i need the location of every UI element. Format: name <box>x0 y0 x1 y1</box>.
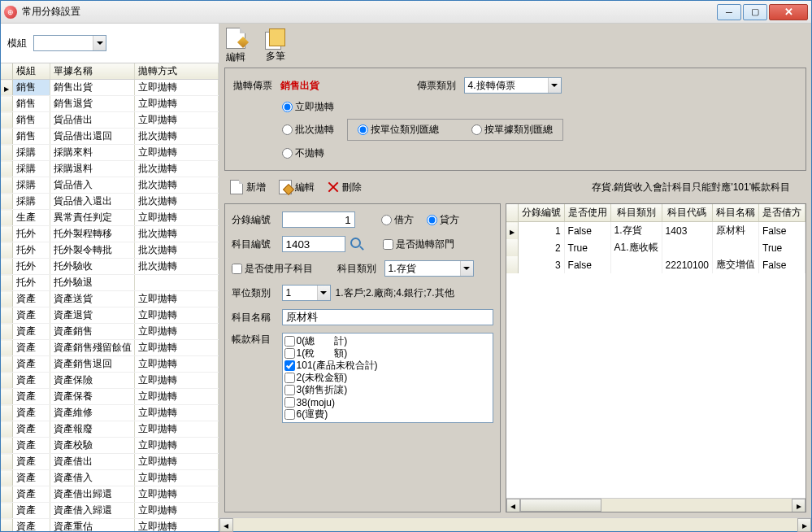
delete-icon <box>328 181 339 193</box>
titlebar: ⊕ 常用分錄設置 ─ ▢ ✕ <box>1 1 811 24</box>
doc-row[interactable]: 採購貨品借入批次拋轉 <box>1 177 218 194</box>
subject-no-label: 科目編號 <box>232 238 277 251</box>
doc-row[interactable]: 資產資產校驗立即拋轉 <box>1 438 218 454</box>
current-doc-name: 銷售出貨 <box>280 79 319 93</box>
app-icon: ⊕ <box>4 6 17 19</box>
doc-row[interactable]: 資產資產借出歸還立即拋轉 <box>1 486 218 503</box>
doc-row[interactable]: 資產資產銷售退回立即拋轉 <box>1 356 218 373</box>
account-item[interactable]: 2(未稅金額) <box>284 372 491 384</box>
subject-type-combo[interactable]: 1.存貨 <box>384 260 474 277</box>
radio-cr[interactable]: 貸方 <box>427 213 459 227</box>
unit-type-hint: 1.客戶;2.廠商;4.銀行;7.其他 <box>336 286 454 300</box>
doc-row[interactable]: 銷售貨品借出還回批次拋轉 <box>1 129 218 145</box>
voucher-label: 拋轉傳票 <box>233 79 272 93</box>
doc-row[interactable]: 資產資產借入立即拋轉 <box>1 470 218 486</box>
doc-row[interactable]: 資產資產保險立即拋轉 <box>1 373 218 389</box>
radio-immediate[interactable]: 立即拋轉 <box>282 100 334 114</box>
account-item[interactable]: 6(運費) <box>284 408 491 421</box>
doc-row[interactable]: 銷售貨品借出立即拋轉 <box>1 112 218 129</box>
batch-sub-options: 按單位類別匯總 按單據類別匯總 <box>347 119 563 141</box>
doc-row[interactable]: 托外托外驗收批次拋轉 <box>1 259 218 275</box>
module-label: 模組 <box>7 37 27 50</box>
doc-row[interactable]: 資產資產保養立即拋轉 <box>1 389 218 405</box>
account-subject-label: 帳款科目 <box>232 333 277 347</box>
doc-grid[interactable]: 模組 單據名稱 拋轉方式 銷售銷售出貨立即拋轉銷售銷售退貨立即拋轉銷售貨品借出立… <box>1 63 219 531</box>
doc-row[interactable]: 資產資產銷售殘留餘值立即拋轉 <box>1 340 218 356</box>
entry-grid[interactable]: 分錄編號 是否使用 科目類別 科目代碼 科目名稱 是否借方 1False1.存貨… <box>506 203 806 512</box>
col-transfer[interactable]: 拋轉方式 <box>134 63 218 80</box>
doc-row[interactable]: 採購貨品借入還出批次拋轉 <box>1 194 218 210</box>
edit-icon <box>226 28 245 49</box>
radio-none[interactable]: 不拋轉 <box>282 146 324 160</box>
doc-row[interactable]: 托外托外驗退 <box>1 275 218 291</box>
unit-type-label: 單位類別 <box>232 286 277 300</box>
minimize-button[interactable]: ─ <box>717 4 741 20</box>
account-subject-list[interactable]: 0(總 計)1(稅 額)101(產品未稅合計)2(未稅金額)3(銷售折讓)38(… <box>282 333 493 423</box>
right-panel: 編輯 多筆 拋轉傳票 銷售出貨 傳票類別 4.接轉傳票 <box>219 24 811 531</box>
entry-row[interactable]: 3False22210100應交增值False <box>506 256 805 273</box>
doc-row[interactable]: 資產資產借入歸還立即拋轉 <box>1 503 218 519</box>
radio-by-doc[interactable]: 按單據類別匯總 <box>471 123 553 137</box>
account-item[interactable]: 38(moju) <box>284 396 491 408</box>
chevron-down-icon <box>548 78 561 93</box>
entry-no-input[interactable] <box>282 211 355 228</box>
doc-row[interactable]: 資產資產銷售立即拋轉 <box>1 324 218 340</box>
multi-icon <box>265 28 286 48</box>
col-docname[interactable]: 單據名稱 <box>50 63 134 80</box>
new-button[interactable]: 新增 <box>224 177 271 197</box>
chevron-down-icon <box>317 286 330 300</box>
doc-row[interactable]: 銷售銷售退貨立即拋轉 <box>1 96 218 112</box>
module-combo[interactable] <box>33 35 106 51</box>
doc-row[interactable]: 資產資產退貨立即拋轉 <box>1 307 218 324</box>
doc-row[interactable]: 資產資產送貨立即拋轉 <box>1 291 218 307</box>
doc-row[interactable]: 資產資產借出立即拋轉 <box>1 454 218 470</box>
doc-row[interactable]: 托外托外製程轉移批次拋轉 <box>1 226 218 242</box>
edit-tool-button[interactable]: 編輯 <box>226 28 245 64</box>
doc-row[interactable]: 資產資產維修立即拋轉 <box>1 405 218 421</box>
entry-action-bar: 新增 編輯 刪除 存貨.銷貨收入會計科目只能對應'101'帳款科目 <box>224 176 806 198</box>
entry-detail-form: 分錄編號 借方 貸方 科目編號 是否拋轉部門 <box>224 203 501 512</box>
subject-no-input[interactable] <box>282 236 345 252</box>
entry-row[interactable]: 2TrueA1.應收帳True <box>506 239 805 256</box>
doc-row[interactable]: 採購採購退料批次拋轉 <box>1 161 218 177</box>
subject-type-label: 科目類別 <box>337 262 376 276</box>
chevron-down-icon <box>93 36 106 50</box>
voucher-type-combo[interactable]: 4.接轉傳票 <box>464 77 562 94</box>
radio-by-unit[interactable]: 按單位類別匯總 <box>358 123 439 137</box>
doc-row[interactable]: 資產資產重估立即拋轉 <box>1 519 218 532</box>
radio-dr[interactable]: 借方 <box>381 213 414 227</box>
left-panel: 模組 模組 單據名稱 拋轉方式 銷售銷售出貨立即拋轉銷售銷售退貨立即拋轉銷售貨品… <box>1 24 219 531</box>
entry-no-label: 分錄編號 <box>232 213 277 227</box>
account-item[interactable]: 1(稅 額) <box>284 347 491 360</box>
edit-button[interactable]: 編輯 <box>273 177 320 197</box>
close-button[interactable]: ✕ <box>769 4 808 20</box>
unit-type-combo[interactable]: 1 <box>282 285 331 301</box>
account-item[interactable]: 3(銷售折讓) <box>284 384 491 396</box>
account-item[interactable]: 0(總 計) <box>284 335 491 347</box>
voucher-type-label: 傳票類別 <box>417 79 456 93</box>
doc-row[interactable]: 採購採購來料立即拋轉 <box>1 145 218 161</box>
delete-button[interactable]: 刪除 <box>322 178 367 197</box>
info-message: 存貨.銷貨收入會計科目只能對應'101'帳款科目 <box>592 181 806 194</box>
right-hscroll[interactable]: ◂▸ <box>219 517 811 531</box>
edit-icon <box>279 180 292 194</box>
multi-tool-button[interactable]: 多筆 <box>265 28 286 63</box>
radio-batch[interactable]: 批次拋轉 <box>282 123 334 137</box>
doc-row[interactable]: 銷售銷售出貨立即拋轉 <box>1 80 218 96</box>
entry-row[interactable]: 1False1.存貨1403原材料False <box>506 222 805 240</box>
use-sub-subject-check[interactable]: 是否使用子科目 <box>232 262 313 276</box>
chevron-down-icon <box>460 261 473 276</box>
search-icon[interactable] <box>350 238 363 251</box>
account-item[interactable]: 101(產品未稅合計) <box>284 360 491 372</box>
subject-name-label: 科目名稱 <box>232 311 277 325</box>
doc-row[interactable]: 資產資產報廢立即拋轉 <box>1 421 218 438</box>
new-icon <box>230 180 243 194</box>
col-module[interactable]: 模組 <box>12 63 50 80</box>
transfer-settings: 拋轉傳票 銷售出貨 傳票類別 4.接轉傳票 立即拋轉 批次拋轉 <box>224 68 806 171</box>
subject-name-input[interactable] <box>282 309 493 325</box>
subgrid-hscroll[interactable]: ◂▸ <box>506 498 805 512</box>
transfer-dept-check[interactable]: 是否拋轉部門 <box>383 238 454 251</box>
maximize-button[interactable]: ▢ <box>743 4 767 20</box>
doc-row[interactable]: 托外托外製令轉批批次拋轉 <box>1 242 218 259</box>
doc-row[interactable]: 生產異常責任判定立即拋轉 <box>1 210 218 226</box>
